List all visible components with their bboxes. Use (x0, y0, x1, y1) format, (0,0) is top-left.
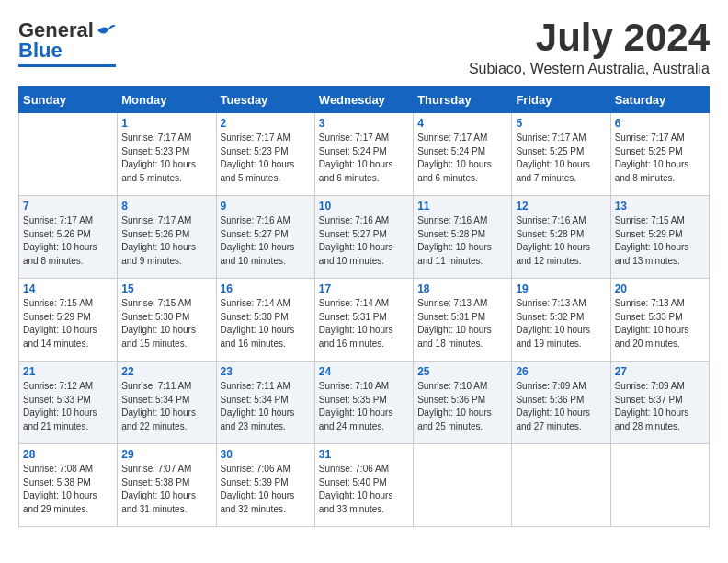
day-number: 28 (23, 448, 113, 461)
calendar-day-cell: 8Sunrise: 7:17 AM Sunset: 5:26 PM Daylig… (118, 196, 216, 279)
day-info: Sunrise: 7:15 AM Sunset: 5:29 PM Dayligh… (23, 297, 113, 350)
calendar-day-cell: 28Sunrise: 7:08 AM Sunset: 5:38 PM Dayli… (19, 444, 118, 527)
day-number: 20 (615, 282, 705, 295)
weekday-header-cell: Saturday (610, 87, 709, 113)
day-number: 17 (319, 282, 409, 295)
day-info: Sunrise: 7:14 AM Sunset: 5:30 PM Dayligh… (221, 297, 311, 350)
day-number: 6 (615, 117, 705, 130)
day-number: 21 (23, 365, 113, 378)
day-number: 2 (221, 117, 311, 130)
calendar-day-cell: 21Sunrise: 7:12 AM Sunset: 5:33 PM Dayli… (19, 362, 118, 444)
calendar-day-cell (19, 113, 118, 196)
day-info: Sunrise: 7:11 AM Sunset: 5:34 PM Dayligh… (121, 380, 211, 433)
calendar-day-cell: 30Sunrise: 7:06 AM Sunset: 5:39 PM Dayli… (216, 444, 314, 527)
day-info: Sunrise: 7:17 AM Sunset: 5:25 PM Dayligh… (615, 132, 705, 185)
calendar-day-cell: 12Sunrise: 7:16 AM Sunset: 5:28 PM Dayli… (512, 196, 610, 279)
day-info: Sunrise: 7:16 AM Sunset: 5:27 PM Dayligh… (221, 214, 311, 268)
weekday-header-cell: Wednesday (314, 87, 413, 113)
day-info: Sunrise: 7:09 AM Sunset: 5:37 PM Dayligh… (615, 380, 705, 433)
day-info: Sunrise: 7:12 AM Sunset: 5:33 PM Dayligh… (23, 380, 113, 433)
weekday-header-cell: Friday (512, 87, 610, 113)
day-info: Sunrise: 7:14 AM Sunset: 5:31 PM Dayligh… (319, 297, 409, 350)
calendar-week-row: 28Sunrise: 7:08 AM Sunset: 5:38 PM Dayli… (19, 444, 710, 527)
title-area: July 2024 Subiaco, Western Australia, Au… (469, 18, 710, 77)
calendar-day-cell: 22Sunrise: 7:11 AM Sunset: 5:34 PM Dayli… (118, 362, 216, 444)
day-number: 22 (121, 365, 211, 378)
day-number: 30 (221, 448, 311, 461)
day-info: Sunrise: 7:17 AM Sunset: 5:24 PM Dayligh… (319, 132, 409, 185)
day-number: 14 (23, 282, 113, 295)
day-number: 27 (615, 365, 705, 378)
calendar-day-cell: 25Sunrise: 7:10 AM Sunset: 5:36 PM Dayli… (414, 362, 512, 444)
day-info: Sunrise: 7:17 AM Sunset: 5:23 PM Dayligh… (221, 132, 311, 185)
day-info: Sunrise: 7:10 AM Sunset: 5:36 PM Dayligh… (417, 380, 507, 433)
day-info: Sunrise: 7:17 AM Sunset: 5:26 PM Dayligh… (121, 214, 211, 268)
day-number: 29 (121, 448, 211, 461)
day-number: 24 (319, 365, 409, 378)
day-number: 4 (417, 117, 507, 130)
calendar-day-cell: 2Sunrise: 7:17 AM Sunset: 5:23 PM Daylig… (216, 113, 314, 196)
day-info: Sunrise: 7:13 AM Sunset: 5:33 PM Dayligh… (615, 297, 705, 350)
day-number: 8 (121, 200, 211, 213)
calendar-day-cell: 20Sunrise: 7:13 AM Sunset: 5:33 PM Dayli… (610, 279, 709, 362)
weekday-header-cell: Tuesday (216, 87, 314, 113)
calendar-day-cell: 19Sunrise: 7:13 AM Sunset: 5:32 PM Dayli… (512, 279, 610, 362)
day-info: Sunrise: 7:09 AM Sunset: 5:36 PM Dayligh… (516, 380, 606, 433)
calendar-day-cell: 3Sunrise: 7:17 AM Sunset: 5:24 PM Daylig… (314, 113, 413, 196)
day-info: Sunrise: 7:08 AM Sunset: 5:38 PM Dayligh… (23, 463, 113, 516)
day-info: Sunrise: 7:16 AM Sunset: 5:28 PM Dayligh… (516, 214, 606, 268)
day-number: 23 (221, 365, 311, 378)
calendar-day-cell: 13Sunrise: 7:15 AM Sunset: 5:29 PM Dayli… (610, 196, 709, 279)
calendar-day-cell: 26Sunrise: 7:09 AM Sunset: 5:36 PM Dayli… (512, 362, 610, 444)
weekday-header-cell: Thursday (414, 87, 512, 113)
day-info: Sunrise: 7:11 AM Sunset: 5:34 PM Dayligh… (221, 380, 311, 433)
weekday-header-cell: Sunday (19, 87, 118, 113)
logo: General Blue (18, 18, 116, 67)
day-number: 10 (319, 200, 409, 213)
day-info: Sunrise: 7:06 AM Sunset: 5:40 PM Dayligh… (319, 463, 409, 516)
day-info: Sunrise: 7:16 AM Sunset: 5:28 PM Dayligh… (417, 214, 507, 268)
location-title: Subiaco, Western Australia, Australia (469, 61, 710, 77)
day-info: Sunrise: 7:17 AM Sunset: 5:23 PM Dayligh… (121, 132, 211, 185)
day-number: 1 (121, 117, 211, 130)
calendar-day-cell: 16Sunrise: 7:14 AM Sunset: 5:30 PM Dayli… (216, 279, 314, 362)
calendar-day-cell: 10Sunrise: 7:16 AM Sunset: 5:27 PM Dayli… (314, 196, 413, 279)
day-number: 15 (121, 282, 211, 295)
day-number: 19 (516, 282, 606, 295)
day-number: 7 (23, 200, 113, 213)
header: General Blue July 2024 Subiaco, Western … (18, 18, 710, 77)
calendar-body: 1Sunrise: 7:17 AM Sunset: 5:23 PM Daylig… (19, 113, 710, 527)
day-info: Sunrise: 7:10 AM Sunset: 5:35 PM Dayligh… (319, 380, 409, 433)
month-title: July 2024 (469, 18, 710, 57)
calendar-table: SundayMondayTuesdayWednesdayThursdayFrid… (18, 86, 710, 527)
day-info: Sunrise: 7:15 AM Sunset: 5:29 PM Dayligh… (615, 214, 705, 268)
calendar-day-cell: 15Sunrise: 7:15 AM Sunset: 5:30 PM Dayli… (118, 279, 216, 362)
calendar-day-cell (414, 444, 512, 527)
calendar-week-row: 21Sunrise: 7:12 AM Sunset: 5:33 PM Dayli… (19, 362, 710, 444)
day-info: Sunrise: 7:13 AM Sunset: 5:31 PM Dayligh… (417, 297, 507, 350)
day-number: 18 (417, 282, 507, 295)
calendar-day-cell: 23Sunrise: 7:11 AM Sunset: 5:34 PM Dayli… (216, 362, 314, 444)
day-number: 5 (516, 117, 606, 130)
calendar-day-cell (610, 444, 709, 527)
calendar-day-cell: 24Sunrise: 7:10 AM Sunset: 5:35 PM Dayli… (314, 362, 413, 444)
logo-underline (18, 64, 116, 67)
day-info: Sunrise: 7:13 AM Sunset: 5:32 PM Dayligh… (516, 297, 606, 350)
calendar-week-row: 1Sunrise: 7:17 AM Sunset: 5:23 PM Daylig… (19, 113, 710, 196)
day-number: 25 (417, 365, 507, 378)
day-info: Sunrise: 7:17 AM Sunset: 5:24 PM Dayligh… (417, 132, 507, 185)
day-number: 3 (319, 117, 409, 130)
day-number: 12 (516, 200, 606, 213)
calendar-day-cell: 7Sunrise: 7:17 AM Sunset: 5:26 PM Daylig… (19, 196, 118, 279)
day-info: Sunrise: 7:17 AM Sunset: 5:25 PM Dayligh… (516, 132, 606, 185)
calendar-day-cell: 14Sunrise: 7:15 AM Sunset: 5:29 PM Dayli… (19, 279, 118, 362)
day-number: 9 (221, 200, 311, 213)
day-info: Sunrise: 7:16 AM Sunset: 5:27 PM Dayligh… (319, 214, 409, 268)
day-number: 11 (417, 200, 507, 213)
calendar-week-row: 7Sunrise: 7:17 AM Sunset: 5:26 PM Daylig… (19, 196, 710, 279)
day-number: 31 (319, 448, 409, 461)
weekday-header-row: SundayMondayTuesdayWednesdayThursdayFrid… (19, 87, 710, 113)
calendar-day-cell: 4Sunrise: 7:17 AM Sunset: 5:24 PM Daylig… (414, 113, 512, 196)
day-info: Sunrise: 7:17 AM Sunset: 5:26 PM Dayligh… (23, 214, 113, 268)
day-info: Sunrise: 7:15 AM Sunset: 5:30 PM Dayligh… (121, 297, 211, 350)
